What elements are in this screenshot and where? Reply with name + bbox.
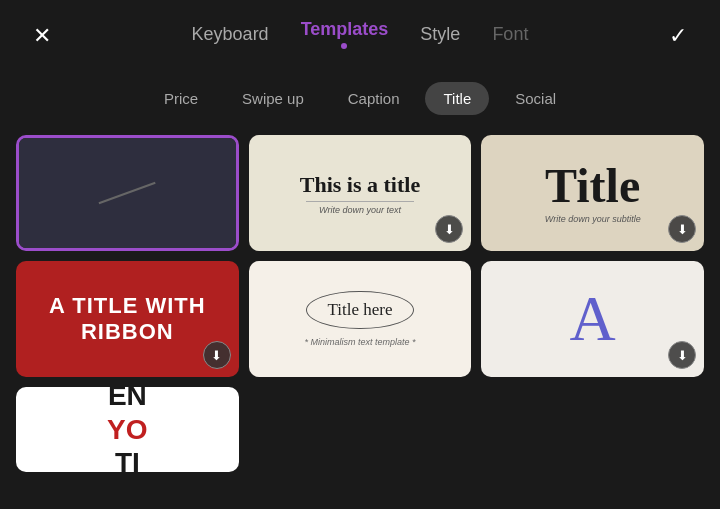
template-ribbon[interactable]: A TITLE WITH RIBBON ⬇	[16, 261, 239, 377]
minimalism-oval-text: Title here	[306, 291, 413, 329]
nav-bar: Keyboard Templates Style Font	[60, 19, 660, 53]
category-bar: Price Swipe up Caption Title Social	[0, 72, 720, 125]
nav-font[interactable]: Font	[492, 24, 528, 49]
category-social[interactable]: Social	[497, 82, 574, 115]
template-blank[interactable]	[16, 135, 239, 251]
download-badge[interactable]: ⬇	[435, 215, 463, 243]
title-classic-main: This is a title	[300, 172, 420, 198]
download-badge[interactable]: ⬇	[203, 341, 231, 369]
confirm-button[interactable]: ✓	[660, 18, 696, 54]
letter-a: A	[570, 282, 616, 356]
download-badge[interactable]: ⬇	[668, 341, 696, 369]
stacked-text: EN YO TI	[107, 387, 147, 472]
template-title-classic[interactable]: This is a title Write down your text ⬇	[249, 135, 472, 251]
template-minimalism[interactable]: Title here * Minimalism text template *	[249, 261, 472, 377]
nav-keyboard[interactable]: Keyboard	[192, 24, 269, 49]
ribbon-text: A TITLE WITH RIBBON	[16, 293, 239, 345]
title-serif-sub: Write down your subtitle	[545, 214, 641, 224]
download-badge[interactable]: ⬇	[668, 215, 696, 243]
category-swipe-up[interactable]: Swipe up	[224, 82, 322, 115]
template-title-serif[interactable]: Title Write down your subtitle ⬇	[481, 135, 704, 251]
title-classic-sub: Write down your text	[300, 205, 420, 215]
category-price[interactable]: Price	[146, 82, 216, 115]
template-letter[interactable]: A ⬇	[481, 261, 704, 377]
title-classic-line	[306, 201, 414, 202]
nav-style[interactable]: Style	[420, 24, 460, 49]
template-stacked[interactable]: EN YO TI	[16, 387, 239, 472]
nav-templates[interactable]: Templates	[301, 19, 389, 53]
blank-line	[99, 182, 156, 204]
category-caption[interactable]: Caption	[330, 82, 418, 115]
header: ✕ Keyboard Templates Style Font ✓	[0, 0, 720, 72]
minimalism-sub: * Minimalism text template *	[304, 337, 415, 347]
category-title[interactable]: Title	[425, 82, 489, 115]
close-button[interactable]: ✕	[24, 18, 60, 54]
template-grid: This is a title Write down your text ⬇ T…	[0, 125, 720, 482]
title-serif-main: Title	[545, 162, 641, 210]
